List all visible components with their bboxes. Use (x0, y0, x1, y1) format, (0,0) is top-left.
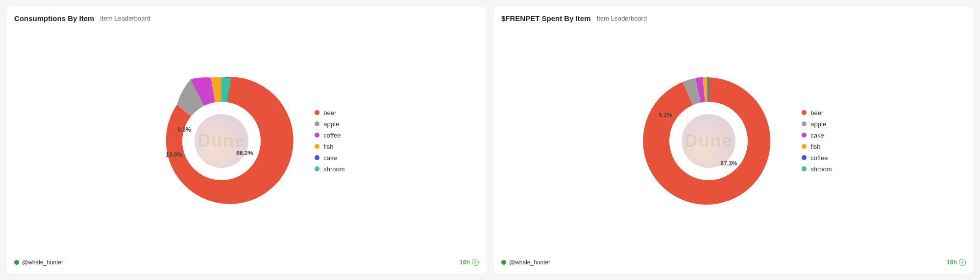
chart-subtitle-1: Item Leaderboard (100, 15, 150, 22)
legend-label-apple-2: apple (810, 120, 826, 128)
username-2: @whale_hunter (509, 259, 550, 266)
label-beer-2: 87.3% (720, 160, 737, 167)
legend-item-apple-2: apple (802, 120, 832, 128)
donut-chart-2: Dune 87.3% 5.1% (635, 68, 782, 214)
legend-label-coffee-2: coffee (810, 154, 828, 162)
label-beer-1: 66.2% (236, 150, 253, 157)
check-icon-1: ✓ (472, 259, 479, 266)
legend-item-fish-1: fish (315, 143, 344, 150)
legend-label-fish-2: fish (810, 143, 820, 150)
legend-item-coffee-2: coffee (802, 154, 832, 162)
legend-label-apple-1: apple (323, 120, 339, 128)
legend-item-cake-1: cake (315, 154, 344, 162)
chart-title-2: $FRENPET Spent By Item (501, 14, 591, 23)
legend-label-cake-1: cake (323, 154, 337, 162)
legend-dot-cake-2 (802, 133, 807, 138)
chart-card-2: $FRENPET Spent By Item Item Leaderboard (493, 6, 974, 274)
card-body-2: Dune 87.3% 5.1% beer apple cake fish (501, 26, 966, 255)
chart-title-1: Consumptions By Item (14, 14, 94, 23)
legend-item-coffee-1: coffee (315, 132, 344, 139)
card-header-2: $FRENPET Spent By Item Item Leaderboard (501, 14, 966, 23)
legend-label-beer-2: beer (810, 109, 823, 117)
card-body-1: Dune 66.2% 13.0% 9.3% beer apple coffee … (14, 26, 479, 255)
legend-dot-shroom-2 (802, 166, 807, 171)
legend-dot-shroom-1 (315, 166, 319, 171)
legend-item-fish-2: fish (802, 143, 832, 150)
legend-dot-apple-2 (802, 121, 807, 126)
legend-label-cake-2: cake (810, 132, 824, 139)
legend-dot-coffee-1 (315, 133, 319, 138)
legend-item-shroom-2: shroom (802, 165, 832, 173)
legend-dot-beer-2 (802, 110, 807, 115)
label-apple-2: 5.1% (659, 112, 672, 118)
legend-label-coffee-1: coffee (323, 132, 341, 139)
legend-item-beer-2: beer (802, 109, 832, 117)
legend-dot-beer-1 (315, 110, 319, 115)
legend-label-fish-1: fish (323, 143, 333, 150)
user-dot-1 (14, 260, 19, 265)
footer-time-1: 16h ✓ (460, 259, 479, 266)
footer-user-1: @whale_hunter (14, 259, 63, 266)
footer-time-2: 16h ✓ (947, 259, 966, 266)
legend-dot-fish-2 (802, 144, 807, 149)
check-icon-2: ✓ (959, 259, 966, 266)
time-label-2: 16h (947, 259, 957, 266)
legend-label-shroom-1: shroom (323, 165, 344, 173)
legend-dot-apple-1 (315, 121, 319, 126)
legend-item-cake-2: cake (802, 132, 832, 139)
card-footer-2: @whale_hunter 16h ✓ (501, 259, 966, 266)
legend-item-shroom-1: shroom (315, 165, 344, 173)
legend-label-shroom-2: shroom (810, 165, 832, 173)
legend-item-beer-1: beer (315, 109, 344, 117)
card-header-1: Consumptions By Item Item Leaderboard (14, 14, 479, 23)
footer-user-2: @whale_hunter (501, 259, 550, 266)
legend-dot-cake-1 (315, 155, 319, 160)
legend-1: beer apple coffee fish cake shroom (315, 109, 344, 173)
user-dot-2 (501, 260, 506, 265)
username-1: @whale_hunter (22, 259, 63, 266)
legend-item-apple-1: apple (315, 120, 344, 128)
card-footer-1: @whale_hunter 16h ✓ (14, 259, 479, 266)
legend-label-beer-1: beer (323, 109, 336, 117)
label-apple-1: 13.0% (166, 151, 182, 158)
label-coffee-1: 9.3% (177, 126, 191, 133)
legend-dot-coffee-2 (802, 155, 807, 160)
legend-dot-fish-1 (315, 144, 319, 149)
time-label-1: 16h (460, 259, 470, 266)
legend-2: beer apple cake fish coffee shroom (802, 109, 832, 173)
chart-card-1: Consumptions By Item Item Leaderboard (6, 6, 487, 274)
donut-chart-1: Dune 66.2% 13.0% 9.3% (148, 68, 295, 214)
chart-subtitle-2: Item Leaderboard (597, 15, 647, 22)
donut-center-1 (195, 114, 248, 168)
